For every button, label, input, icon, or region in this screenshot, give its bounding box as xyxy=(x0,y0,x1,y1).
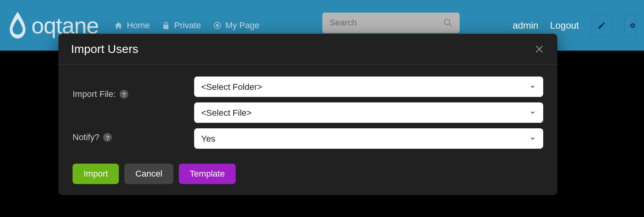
close-icon xyxy=(534,44,545,55)
notify-label: Notify? ? xyxy=(73,128,194,142)
modal-header: Import Users xyxy=(58,34,557,65)
user-admin-link[interactable]: admin xyxy=(513,20,538,31)
import-file-label: Import File: ? xyxy=(73,77,194,99)
notify-controls: Yes xyxy=(194,128,543,149)
gear-icon xyxy=(629,21,636,30)
modal-title: Import Users xyxy=(71,42,138,56)
help-icon[interactable]: ? xyxy=(103,133,112,142)
import-users-modal: Import Users Import File: ? <Select Fold… xyxy=(58,34,557,195)
file-select[interactable]: <Select File> xyxy=(194,102,543,123)
nav-private[interactable]: Private xyxy=(162,20,201,31)
main-nav: Home Private My Page xyxy=(114,20,259,31)
nav-home[interactable]: Home xyxy=(114,20,150,31)
nav-private-label: Private xyxy=(174,20,201,31)
nav-home-label: Home xyxy=(127,20,150,31)
nav-mypage-label: My Page xyxy=(226,20,260,31)
folder-select[interactable]: <Select Folder> xyxy=(194,77,543,97)
help-icon[interactable]: ? xyxy=(120,90,128,98)
search-icon xyxy=(443,18,453,27)
import-file-controls: <Select Folder> <Select File> xyxy=(194,77,543,123)
svg-point-1 xyxy=(216,24,218,27)
import-button[interactable]: Import xyxy=(73,164,119,184)
template-button[interactable]: Template xyxy=(179,164,236,184)
cancel-button[interactable]: Cancel xyxy=(124,164,173,184)
button-row: Import Cancel Template xyxy=(73,164,543,184)
import-file-row: Import File: ? <Select Folder> <Select F… xyxy=(73,77,543,123)
logo-icon xyxy=(8,12,27,39)
notify-select[interactable]: Yes xyxy=(194,128,543,149)
close-button[interactable] xyxy=(534,44,545,55)
settings-button[interactable] xyxy=(624,15,636,36)
search-box[interactable] xyxy=(322,13,460,33)
lock-icon xyxy=(162,21,170,30)
edit-button[interactable] xyxy=(591,15,613,36)
notify-row: Notify? ? Yes xyxy=(73,128,543,149)
search-input[interactable] xyxy=(329,18,443,28)
logout-link[interactable]: Logout xyxy=(550,20,579,31)
target-icon xyxy=(213,21,222,30)
home-icon xyxy=(114,21,123,30)
pencil-icon xyxy=(597,21,606,30)
nav-mypage[interactable]: My Page xyxy=(213,20,260,31)
modal-body: Import File: ? <Select Folder> <Select F… xyxy=(58,65,557,195)
